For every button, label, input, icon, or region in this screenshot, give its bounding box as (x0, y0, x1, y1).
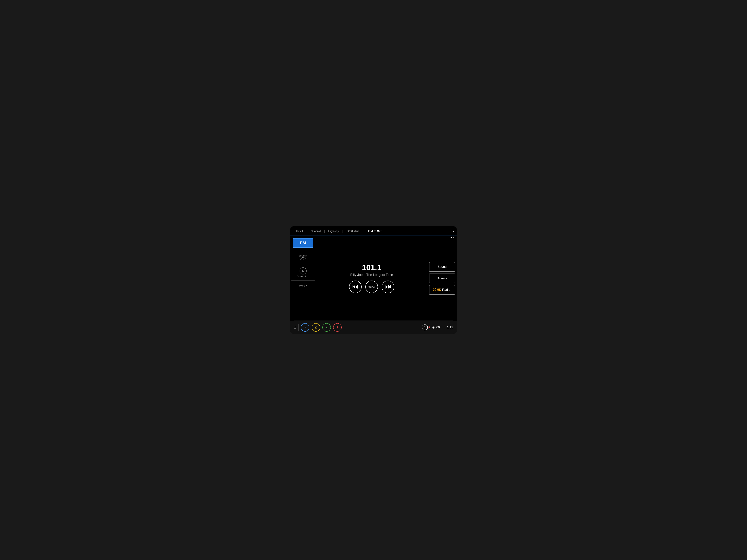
more-label: More (299, 284, 305, 287)
music-nav-button[interactable]: ♪ (301, 323, 309, 332)
notification-dot (429, 326, 430, 328)
divider-2: | (324, 229, 325, 233)
preset-chevron-icon[interactable]: › (453, 229, 454, 233)
bottom-navigation: ⌂ ♪ ✆ ▲ ↗ 3 ◈ 69° | 1:12 (290, 321, 457, 334)
radio-label: Radio· (442, 288, 451, 292)
sound-button[interactable]: Sound (429, 262, 455, 272)
home-button[interactable]: ⌂ (294, 325, 296, 330)
preset-bar: Hits 1 | ClsVinyl | Highway | FOXHdlns |… (290, 226, 457, 236)
divider-1: | (306, 229, 308, 233)
divider-4: | (362, 229, 364, 233)
nav-status-area: 3 ◈ 69° | 1:12 (422, 324, 453, 330)
left-sidebar: FM SiriusXM ▶ Joan's iPh... (290, 236, 316, 321)
sidebar-divider-2 (291, 265, 315, 265)
iphone-play-icon: ▶ (300, 267, 307, 274)
station-song: Billy Joel - The Longest Time (350, 273, 393, 277)
playback-controls: Tune (349, 281, 394, 293)
nav-icons: ♪ ✆ ▲ ↗ (301, 323, 342, 332)
tune-button[interactable]: Tune (365, 281, 378, 293)
fm-source-button[interactable]: FM (293, 238, 313, 248)
svg-text:SiriusXM: SiriusXM (299, 255, 307, 257)
siriusxm-source-button[interactable]: SiriusXM (298, 252, 308, 263)
divider-3: | (342, 229, 343, 233)
page-dot-2 (453, 237, 454, 238)
notification-area: 3 (422, 324, 430, 330)
svg-rect-7 (390, 285, 391, 288)
browse-button[interactable]: Browse (429, 273, 455, 283)
hd-radio-button[interactable]: ⓗ HD Radio· (429, 285, 455, 295)
preset-foxhdlns[interactable]: FOXHdlns (343, 230, 362, 233)
preset-highway[interactable]: Highway (325, 230, 342, 233)
notification-badge[interactable]: 3 (422, 324, 428, 330)
right-sidebar: Sound Browse ⓗ HD Radio· (427, 236, 457, 321)
page-dot-1 (450, 237, 452, 238)
phone-icon: ✆ (315, 325, 317, 329)
next-station-button[interactable] (382, 281, 394, 293)
svg-rect-4 (353, 285, 353, 288)
station-frequency: 101.1 (350, 263, 393, 272)
status-divider: | (444, 326, 444, 329)
clock-display: 1:12 (447, 325, 453, 329)
prev-station-button[interactable] (349, 281, 362, 293)
more-sources-button[interactable]: More › (296, 283, 310, 288)
main-content: FM SiriusXM ▶ Joan's iPh... (290, 236, 457, 321)
temperature-display: 69° (436, 325, 441, 329)
svg-marker-3 (356, 285, 358, 289)
navigation-nav-button[interactable]: ▲ (323, 323, 331, 332)
center-content: 101.1 Billy Joel - The Longest Time Tune (316, 236, 427, 321)
svg-marker-6 (386, 285, 388, 289)
preset-clsvinyl[interactable]: ClsVinyl (308, 230, 324, 233)
music-icon: ♪ (304, 325, 306, 329)
more-chevron-icon: › (306, 284, 307, 287)
hd-icon: ⓗ (433, 288, 436, 292)
page-indicator (450, 236, 454, 239)
svg-point-1 (303, 259, 304, 260)
location-icon: ◈ (432, 325, 434, 329)
phone-nav-button[interactable]: ✆ (312, 323, 320, 332)
hd-label: HD (437, 288, 441, 292)
svg-marker-5 (388, 285, 390, 289)
preset-hits1[interactable]: Hits 1 (293, 230, 306, 233)
nav-arrow-icon: ▲ (325, 325, 328, 329)
svg-marker-2 (353, 285, 355, 289)
station-info: 101.1 Billy Joel - The Longest Time (350, 263, 393, 277)
iphone-source-label: Joan's iPh... (297, 275, 309, 278)
preset-hold-to-set[interactable]: Hold to Set (364, 230, 384, 233)
apps-icon: ↗ (335, 325, 340, 330)
iphone-source-button[interactable]: ▶ Joan's iPh... (296, 266, 310, 279)
car-infotainment-screen: Hits 1 | ClsVinyl | Highway | FOXHdlns |… (290, 226, 457, 334)
apps-nav-button[interactable]: ↗ (333, 323, 342, 332)
siriusxm-wave-icon: SiriusXM (299, 254, 307, 262)
